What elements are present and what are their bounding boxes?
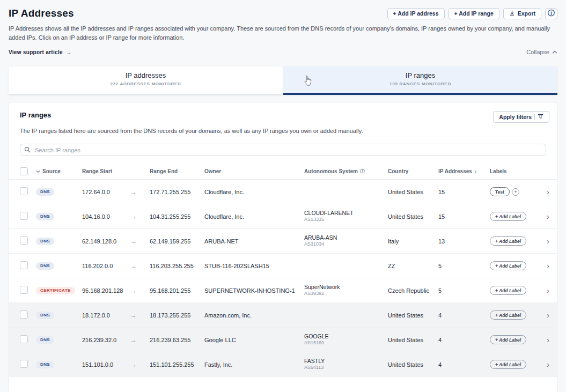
ip-count: 4 bbox=[438, 337, 490, 343]
row-checkbox[interactable] bbox=[20, 360, 28, 368]
add-label-plus-button[interactable]: + bbox=[512, 188, 519, 196]
row-checkbox[interactable] bbox=[20, 310, 28, 319]
header-actions: + Add IP address + Add IP range Export ⓘ bbox=[387, 8, 557, 19]
support-article-link[interactable]: View support article → bbox=[9, 49, 71, 55]
as-number: AS31034 bbox=[304, 241, 388, 247]
arrow-right-icon: → bbox=[130, 312, 150, 319]
add-ip-range-button[interactable]: + Add IP range bbox=[449, 8, 499, 19]
table-row[interactable]: DNS 18.172.0.0 → 18.173.255.255 Amazon.c… bbox=[9, 303, 557, 328]
select-all-checkbox[interactable] bbox=[20, 167, 28, 175]
arrow-right-icon: → bbox=[130, 262, 150, 270]
label-pill[interactable]: Test bbox=[490, 187, 510, 196]
labels-cell: + Add Label bbox=[490, 212, 540, 221]
table-row[interactable]: DNS 172.64.0.0 → 172.71.255.255 Cloudfla… bbox=[9, 180, 557, 204]
table-row[interactable]: DNS 151.101.0.0 → 151.101.255.255 Fastly… bbox=[9, 352, 557, 377]
labels-cell: + Add Label bbox=[490, 286, 540, 295]
column-ip-addresses[interactable]: IP Addresses ↓ bbox=[438, 168, 490, 174]
source-badge: DNS bbox=[36, 336, 54, 344]
table-row[interactable]: DNS 116.202.0.0 → 116.203.255.255 STUB-1… bbox=[9, 254, 557, 278]
arrow-right-icon: → bbox=[130, 361, 150, 368]
range-end: 95.168.201.255 bbox=[150, 287, 204, 294]
page-description: IP Addresses shows all the IP addresses … bbox=[9, 24, 553, 42]
range-end: 151.101.255.255 bbox=[150, 361, 204, 368]
panel-description: The IP ranges listed here are sourced fr… bbox=[20, 128, 546, 134]
source-badge: DNS bbox=[36, 262, 54, 270]
tab-ip-ranges[interactable]: IP ranges 139 RANGES MONITORED bbox=[283, 66, 557, 95]
column-country[interactable]: Country bbox=[388, 168, 438, 174]
add-label-button[interactable]: + Add Label bbox=[490, 335, 526, 344]
range-start: 216.239.32.0 bbox=[82, 337, 130, 343]
row-checkbox[interactable] bbox=[20, 335, 28, 343]
ip-count: 5 bbox=[438, 263, 490, 269]
column-source[interactable]: Source bbox=[36, 168, 82, 174]
ip-count: 5 bbox=[438, 287, 490, 294]
arrow-right-icon: → bbox=[130, 213, 150, 220]
owner: Cloudflare, Inc. bbox=[204, 213, 304, 220]
arrow-right-icon: → bbox=[130, 287, 150, 294]
source-badge: DNS bbox=[36, 312, 54, 319]
owner: Google LLC bbox=[204, 337, 304, 343]
chevron-right-icon: › bbox=[540, 187, 549, 196]
as-name: CLOUDFLARENET bbox=[304, 210, 388, 217]
as-number: AS39392 bbox=[304, 291, 388, 297]
ip-count: 15 bbox=[438, 213, 490, 220]
filter-icon bbox=[538, 114, 543, 121]
chevron-right-icon: › bbox=[540, 286, 549, 295]
row-checkbox[interactable] bbox=[20, 187, 28, 195]
owner: SUPERNETWORK-INHOSTING-1 bbox=[204, 287, 304, 294]
labels-cell: + Add Label bbox=[490, 236, 540, 246]
chevron-right-icon: › bbox=[540, 360, 549, 369]
range-start: 116.202.0.0 bbox=[82, 263, 130, 269]
chevron-down-icon[interactable] bbox=[36, 168, 40, 174]
export-button[interactable]: Export bbox=[503, 8, 541, 19]
chevron-right-icon: › bbox=[540, 236, 549, 246]
add-label-button[interactable]: + Add Label bbox=[490, 286, 526, 295]
add-label-button[interactable]: + Add Label bbox=[490, 360, 526, 369]
tab-ip-addresses[interactable]: IP addresses 222 ADDRESSES MONITORED bbox=[9, 66, 283, 95]
add-label-button[interactable]: + Add Label bbox=[490, 261, 526, 270]
ip-count: 4 bbox=[438, 361, 490, 368]
info-button[interactable]: ⓘ bbox=[545, 8, 557, 19]
table-body: DNS 172.64.0.0 → 172.71.255.255 Cloudfla… bbox=[9, 180, 557, 377]
country: Italy bbox=[388, 238, 438, 245]
column-range-start[interactable]: Range Start bbox=[82, 168, 130, 174]
info-icon: ⓘ bbox=[548, 9, 555, 18]
download-icon bbox=[509, 10, 515, 17]
owner: Cloudflare, Inc. bbox=[204, 189, 304, 195]
country: ZZ bbox=[388, 263, 438, 269]
add-label-button[interactable]: + Add Label bbox=[490, 236, 526, 246]
table-header: Source Range Start Range End Owner Auton… bbox=[9, 164, 557, 180]
source-badge: DNS bbox=[36, 188, 54, 196]
table-row[interactable]: DNS 216.239.32.0 → 216.239.63.255 Google… bbox=[9, 328, 557, 352]
table-row[interactable]: DNS 104.16.0.0 → 104.31.255.255 Cloudfla… bbox=[9, 204, 557, 229]
range-end: 116.203.255.255 bbox=[150, 263, 204, 269]
add-label-button[interactable]: + Add Label bbox=[490, 310, 526, 320]
collapse-link[interactable]: Collapse bbox=[526, 49, 557, 55]
chevron-right-icon: › bbox=[540, 335, 549, 344]
row-checkbox[interactable] bbox=[20, 286, 28, 294]
source-badge: DNS bbox=[36, 213, 54, 220]
as-name: ARUBA-ASN bbox=[304, 234, 388, 241]
add-ip-address-button[interactable]: + Add IP address bbox=[387, 8, 445, 19]
as-name: GOOGLE bbox=[304, 333, 388, 340]
search-input[interactable] bbox=[20, 144, 546, 156]
chevron-right-icon: › bbox=[540, 212, 549, 221]
column-owner[interactable]: Owner bbox=[204, 168, 304, 174]
country: Czech Republic bbox=[388, 287, 438, 294]
labels-cell: + Add Label bbox=[490, 360, 540, 369]
ip-count: 13 bbox=[438, 238, 490, 245]
arrow-right-icon: → bbox=[130, 336, 150, 344]
apply-filters-button[interactable]: Apply filters bbox=[493, 111, 549, 123]
column-autonomous-system[interactable]: Autonomous System ⓘ bbox=[304, 168, 388, 175]
table-row[interactable]: DNS 62.149.128.0 → 62.149.159.255 ARUBA-… bbox=[9, 229, 557, 254]
country: United States bbox=[388, 312, 438, 319]
row-checkbox[interactable] bbox=[20, 212, 28, 220]
column-range-end[interactable]: Range End bbox=[150, 168, 204, 174]
as-number: AS13335 bbox=[304, 217, 388, 223]
add-label-button[interactable]: + Add Label bbox=[490, 212, 526, 221]
arrow-right-icon: → bbox=[130, 188, 150, 196]
table-row[interactable]: Certificate 95.168.201.128 → 95.168.201.… bbox=[9, 278, 557, 303]
row-checkbox[interactable] bbox=[20, 261, 28, 269]
row-checkbox[interactable] bbox=[20, 236, 28, 245]
range-start: 172.64.0.0 bbox=[82, 189, 130, 195]
